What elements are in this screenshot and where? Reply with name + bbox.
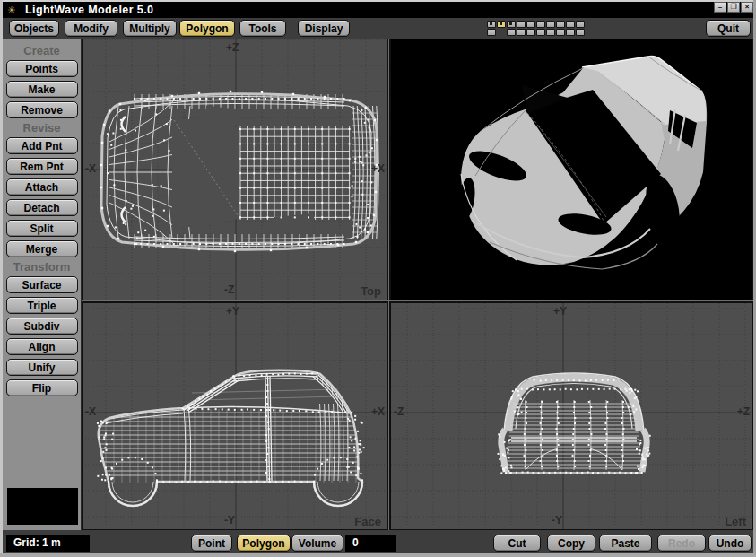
sidebar-black-panel xyxy=(7,488,78,525)
menu-tools[interactable]: Tools xyxy=(239,20,286,37)
layer-button[interactable] xyxy=(487,21,496,28)
menu-polygon[interactable]: Polygon xyxy=(179,20,235,37)
layer-button[interactable] xyxy=(487,29,496,36)
viewport-area: +Z -Z -X +X Top +Y -Y -X +X Face +Y -Y -… xyxy=(82,39,753,530)
window-title: LightWave Modeler 5.0 xyxy=(25,4,153,16)
tool-make[interactable]: Make xyxy=(6,81,78,98)
tool-align[interactable]: Align xyxy=(6,338,78,355)
layer-button[interactable] xyxy=(556,21,565,28)
layer-button[interactable] xyxy=(497,21,506,28)
layer-button[interactable] xyxy=(536,21,545,28)
app-window: ✳ LightWave Modeler 5.0 – ❐ × Objects Mo… xyxy=(0,0,756,557)
tool-rem-pnt[interactable]: Rem Pnt xyxy=(6,158,78,175)
layer-button[interactable] xyxy=(526,21,535,28)
viewport-name: Left xyxy=(725,516,746,527)
menu-objects[interactable]: Objects xyxy=(9,20,59,37)
axis-label: -X xyxy=(85,406,96,417)
axis-label: -Z xyxy=(224,284,234,295)
layer-button[interactable] xyxy=(566,29,575,36)
axis-label: -X xyxy=(85,163,96,174)
quit-button[interactable]: Quit xyxy=(706,20,751,37)
cut-button[interactable]: Cut xyxy=(493,535,541,552)
viewport-divider-horizontal[interactable] xyxy=(82,300,753,301)
window-controls: – ❐ × xyxy=(714,2,753,13)
viewport-name: Face xyxy=(354,516,381,527)
status-bar: Grid: 1 m Point Polygon Volume 0 Cut Cop… xyxy=(3,530,753,553)
viewport-name: Top xyxy=(361,285,381,297)
viewport-face: +Y -Y -X +X Face xyxy=(83,303,387,529)
tool-sidebar: Create Points Make Remove Revise Add Pnt… xyxy=(3,39,82,530)
viewport-left: +Y -Y -Z +Z Left xyxy=(391,303,752,529)
layer-buttons xyxy=(487,21,585,37)
mode-polygon-button[interactable]: Polygon xyxy=(237,535,291,552)
tool-triple[interactable]: Triple xyxy=(6,297,78,314)
copy-button[interactable]: Copy xyxy=(547,535,595,552)
layer-button[interactable] xyxy=(576,29,585,36)
section-header-revise: Revise xyxy=(3,122,81,135)
layer-button[interactable] xyxy=(507,29,516,36)
tool-add-pnt[interactable]: Add Pnt xyxy=(6,137,78,154)
axis-label: -Y xyxy=(224,515,235,526)
axis-label: +X xyxy=(371,163,385,174)
axis-label: -Y xyxy=(552,515,562,526)
tool-subdiv[interactable]: Subdiv xyxy=(6,318,78,335)
window-frame xyxy=(0,553,756,557)
mode-volume-button[interactable]: Volume xyxy=(291,535,343,552)
title-bar[interactable]: ✳ LightWave Modeler 5.0 xyxy=(3,2,753,18)
paste-button[interactable]: Paste xyxy=(599,535,652,552)
mode-point-button[interactable]: Point xyxy=(191,535,232,552)
layer-button[interactable] xyxy=(517,21,526,28)
selection-count-display: 0 xyxy=(345,535,396,552)
menu-bar: Objects Modify Multiply Polygon Tools Di… xyxy=(3,18,753,39)
axis-label: +Y xyxy=(226,306,239,317)
layer-button[interactable] xyxy=(546,29,555,36)
viewport-top: +Z -Z -X +X Top xyxy=(83,39,387,300)
app-icon: ✳ xyxy=(7,5,20,15)
layer-button[interactable] xyxy=(576,21,585,28)
menu-multiply[interactable]: Multiply xyxy=(123,20,177,37)
layer-button[interactable] xyxy=(517,29,526,36)
grid-size-display: Grid: 1 m xyxy=(6,535,90,552)
window-frame xyxy=(0,0,756,2)
face-view-canvas[interactable] xyxy=(83,303,387,529)
redo-button[interactable]: Redo xyxy=(657,535,706,552)
tool-attach[interactable]: Attach xyxy=(6,178,78,196)
top-view-canvas[interactable] xyxy=(83,39,387,300)
tool-points[interactable]: Points xyxy=(6,60,78,77)
maximize-button[interactable]: ❐ xyxy=(727,2,740,13)
tool-merge[interactable]: Merge xyxy=(6,240,78,257)
axis-label: -Z xyxy=(394,406,404,417)
menu-display[interactable]: Display xyxy=(298,20,350,37)
layer-button[interactable] xyxy=(536,29,545,36)
tool-unify[interactable]: Unify xyxy=(6,359,78,376)
viewport-divider-vertical[interactable] xyxy=(388,39,389,530)
left-view-canvas[interactable] xyxy=(391,303,752,529)
axis-label: +Z xyxy=(737,406,750,417)
minimize-button[interactable]: – xyxy=(714,2,726,13)
layer-button[interactable] xyxy=(507,21,516,28)
layer-button[interactable] xyxy=(526,29,535,36)
layer-button[interactable] xyxy=(556,29,565,36)
axis-label: +Z xyxy=(226,42,239,53)
axis-label: +X xyxy=(371,406,385,417)
close-button[interactable]: × xyxy=(741,2,753,13)
undo-button[interactable]: Undo xyxy=(708,535,752,552)
tool-remove[interactable]: Remove xyxy=(6,101,78,118)
viewport-perspective xyxy=(391,39,752,300)
window-frame xyxy=(0,0,3,557)
layer-button[interactable] xyxy=(566,21,575,28)
section-header-transform: Transform xyxy=(3,261,81,274)
tool-detach[interactable]: Detach xyxy=(6,199,78,216)
tool-flip[interactable]: Flip xyxy=(6,379,78,396)
perspective-preview-canvas[interactable] xyxy=(391,39,752,300)
section-header-create: Create xyxy=(3,45,81,57)
tool-surface[interactable]: Surface xyxy=(6,276,78,293)
axis-label: +Y xyxy=(553,306,567,317)
menu-modify[interactable]: Modify xyxy=(65,20,117,37)
layer-button[interactable] xyxy=(546,21,555,28)
tool-split[interactable]: Split xyxy=(6,220,78,237)
